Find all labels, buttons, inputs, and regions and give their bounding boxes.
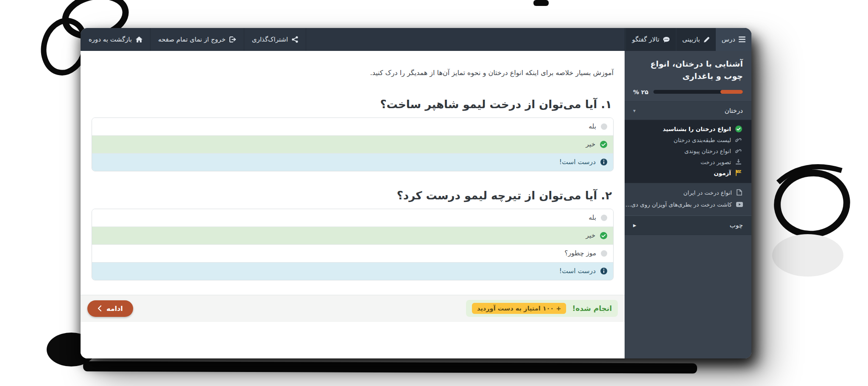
file-icon bbox=[736, 189, 743, 196]
option-row[interactable]: بله bbox=[92, 118, 613, 135]
video-icon bbox=[736, 202, 743, 207]
exit-fullscreen-button[interactable]: خروج از نمای تمام صفحه bbox=[151, 28, 244, 51]
sidebar-item-label: تصویر درخت bbox=[701, 159, 731, 165]
question-2-title: ۲. آیا می‌توان از تیرچه لیمو درست کرد؟ bbox=[93, 189, 612, 202]
completion-pill: انجام شده! + ۱۰۰ امتیاز به دست آوردید bbox=[466, 300, 618, 317]
sidebar-item-grafted-trees[interactable]: انواع درختان پیوندی bbox=[625, 145, 751, 157]
option-label: موز چطور؟ bbox=[564, 249, 596, 257]
caret-down-icon: ▾ bbox=[633, 108, 636, 114]
done-label: انجام شده! bbox=[572, 304, 612, 313]
sidebar-item-quiz[interactable]: آزمون bbox=[625, 168, 751, 179]
sidebar-item-label: کاشت درخت در بطری‌های آویزان روی دی… bbox=[625, 201, 732, 208]
continue-label: ادامه bbox=[106, 305, 123, 313]
sidebar-tabs: درس بازبینی تالار گفتگو bbox=[625, 28, 751, 51]
section-trees-label: درختان bbox=[725, 107, 743, 115]
share-label: اشتراک‌گذاری bbox=[252, 36, 288, 43]
chat-bubble-icon bbox=[663, 36, 670, 43]
tab-forum[interactable]: تالار گفتگو bbox=[625, 28, 676, 51]
home-icon bbox=[136, 36, 142, 42]
sidebar-item-label: انواع درختان را بشناسید bbox=[663, 126, 731, 132]
feedback-row: درست است! bbox=[92, 153, 613, 171]
check-circle-icon bbox=[600, 141, 607, 148]
quiz-main: آموزش بسیار خلاصه برای اینکه انواع درختا… bbox=[81, 51, 625, 358]
radio-icon bbox=[601, 250, 607, 257]
feedback-label: درست است! bbox=[559, 267, 596, 275]
sidebar-item-know-tree-types[interactable]: انواع درختان را بشناسید bbox=[625, 123, 751, 134]
sidebar-item-tree-classification[interactable]: لیست طبقه‌بندی درختان bbox=[625, 134, 751, 145]
share-icon bbox=[292, 36, 298, 43]
option-label: خیر bbox=[586, 232, 595, 239]
link-icon bbox=[735, 137, 742, 143]
course-title: آشنایی با درختان، انواع چوب و باغداری bbox=[633, 58, 743, 83]
points-badge: + ۱۰۰ امتیاز به دست آوردید bbox=[472, 303, 566, 314]
content-column: اشتراک‌گذاری خروج از نمای تمام صفحه بازگ… bbox=[81, 28, 625, 358]
progress-fill bbox=[720, 90, 743, 94]
tab-review[interactable]: بازبینی bbox=[676, 28, 716, 51]
other-items-group: انواع درخت در ایران کاشت درخت در بطری‌ها… bbox=[625, 183, 751, 216]
tab-review-label: بازبینی bbox=[682, 36, 700, 43]
link-icon bbox=[735, 148, 742, 154]
option-label: بله bbox=[589, 123, 596, 130]
option-row-correct[interactable]: خیر bbox=[92, 135, 613, 153]
option-label: بله bbox=[589, 214, 596, 221]
download-icon bbox=[735, 159, 742, 165]
feedback-label: درست است! bbox=[559, 158, 596, 166]
sidebar-section-trees[interactable]: درختان ▾ bbox=[625, 102, 751, 120]
pencil-icon bbox=[703, 36, 710, 43]
flag-icon bbox=[735, 170, 742, 176]
radio-icon bbox=[601, 215, 607, 221]
sign-out-icon bbox=[229, 36, 236, 42]
continue-button[interactable]: ادامه bbox=[87, 300, 133, 317]
progress-label: ۲۵ % bbox=[633, 89, 648, 95]
sidebar-item-label: انواع درخت در ایران bbox=[684, 189, 732, 196]
question-2-options: بله خیر موز چطور؟ bbox=[92, 209, 614, 280]
sidebar-item-label: انواع درختان پیوندی bbox=[684, 148, 731, 154]
course-sidebar: درس بازبینی تالار گفتگو آشنایی با درختان… bbox=[625, 28, 751, 358]
content-empty-area bbox=[81, 322, 625, 358]
tab-lesson[interactable]: درس bbox=[716, 28, 751, 51]
question-1-options: بله خیر درست است! bbox=[92, 117, 614, 171]
share-button[interactable]: اشتراک‌گذاری bbox=[244, 28, 306, 51]
quiz-footer-bar: انجام شده! + ۱۰۰ امتیاز به دست آوردید اد… bbox=[81, 295, 625, 322]
question-1-title: ۱. آیا می‌توان از درخت لیمو شاهپر ساخت؟ bbox=[93, 98, 612, 111]
hamburger-icon bbox=[739, 36, 745, 42]
option-row-correct[interactable]: خیر bbox=[92, 227, 613, 244]
topbar: اشتراک‌گذاری خروج از نمای تمام صفحه بازگ… bbox=[81, 28, 625, 51]
lesson-items-group: انواع درختان را بشناسید لیست طبقه‌بندی د… bbox=[625, 120, 751, 183]
progress-track bbox=[653, 90, 743, 94]
app-window: درس بازبینی تالار گفتگو آشنایی با درختان… bbox=[81, 28, 751, 358]
back-to-course-label: بازگشت به دوره bbox=[89, 36, 132, 43]
tab-forum-label: تالار گفتگو bbox=[632, 36, 659, 43]
course-progress: ۲۵ % bbox=[633, 89, 743, 95]
sidebar-item-label: لیست طبقه‌بندی درختان bbox=[674, 137, 731, 143]
caret-right-icon: ▸ bbox=[633, 221, 636, 229]
feedback-row: درست است! bbox=[92, 262, 613, 280]
option-row[interactable]: بله bbox=[92, 209, 613, 227]
tab-lesson-label: درس bbox=[722, 36, 735, 43]
option-label: خیر bbox=[586, 140, 595, 148]
check-circle-icon bbox=[735, 126, 742, 132]
info-icon bbox=[600, 268, 607, 274]
check-circle-icon bbox=[600, 232, 607, 239]
back-to-course-button[interactable]: بازگشت به دوره bbox=[81, 28, 151, 51]
sidebar-section-wood[interactable]: چوب ▸ bbox=[625, 216, 751, 235]
sidebar-item-bottle-planting-video[interactable]: کاشت درخت در بطری‌های آویزان روی دی… bbox=[625, 199, 751, 210]
sidebar-item-tree-types-iran[interactable]: انواع درخت در ایران bbox=[625, 187, 751, 199]
info-icon bbox=[600, 159, 607, 165]
lesson-intro-text: آموزش بسیار خلاصه برای اینکه انواع درختا… bbox=[92, 67, 614, 79]
sidebar-item-label: آزمون bbox=[714, 170, 731, 176]
course-header: آشنایی با درختان، انواع چوب و باغداری ۲۵… bbox=[625, 51, 751, 102]
sidebar-item-tree-image[interactable]: تصویر درخت bbox=[625, 157, 751, 168]
section-wood-label: چوب bbox=[730, 221, 743, 229]
chevron-left-icon bbox=[98, 305, 101, 311]
exit-fullscreen-label: خروج از نمای تمام صفحه bbox=[158, 36, 226, 43]
radio-icon bbox=[601, 123, 607, 130]
sidebar-empty-area bbox=[625, 235, 751, 358]
option-row[interactable]: موز چطور؟ bbox=[92, 244, 613, 262]
